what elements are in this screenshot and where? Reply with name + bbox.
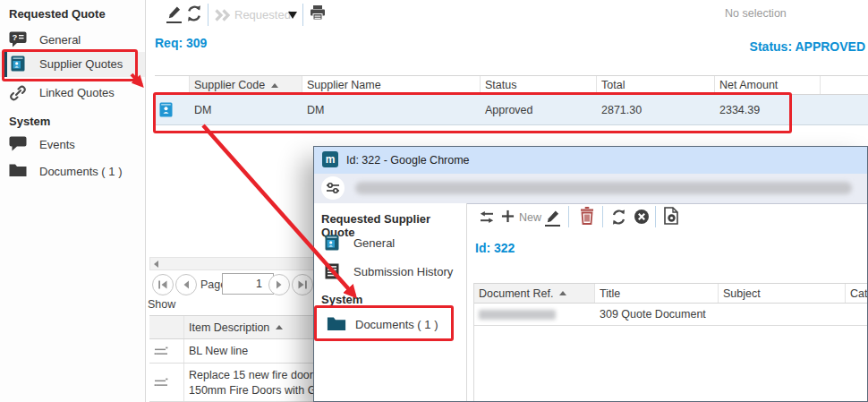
column-header-item-icon[interactable]	[149, 316, 184, 338]
url-input-redacted[interactable]	[355, 182, 852, 194]
cell-status: Approved	[481, 95, 597, 124]
cell-category	[846, 304, 868, 325]
documents-table: Document Ref. Title Subject Catego 309 Q…	[473, 283, 868, 326]
toolbar-divider	[602, 206, 603, 227]
cell-subject	[719, 304, 846, 325]
sidebar-item-label: Documents ( 1 )	[39, 165, 122, 178]
first-page-button[interactable]	[152, 274, 174, 295]
contact-book-icon	[11, 56, 25, 75]
add-icon[interactable]	[501, 210, 515, 227]
supplier-badge-icon	[159, 102, 173, 117]
cell-title: 309 Quote Document	[595, 304, 719, 325]
toolbar-divider	[302, 4, 303, 26]
toolbar-divider	[655, 206, 656, 227]
last-page-button[interactable]	[292, 274, 313, 295]
sidebar-item-label: Events	[39, 138, 75, 151]
sidebar-item-label: Submission History	[353, 265, 453, 278]
document-row[interactable]: 309 Quote Document	[473, 304, 868, 326]
column-header-icon[interactable]	[155, 76, 190, 94]
sidebar-item-documents[interactable]: Documents ( 1 )	[0, 159, 145, 184]
first-page-icon	[157, 278, 169, 291]
edit-icon[interactable]	[166, 5, 182, 23]
sidebar-section-system: System	[9, 115, 50, 128]
main-sidebar: Requested Quote ? General Supplier Quote…	[0, 0, 146, 402]
column-header-title[interactable]: Title	[595, 284, 719, 303]
next-page-button[interactable]	[268, 274, 290, 295]
column-header-subject[interactable]: Subject	[719, 284, 846, 303]
prev-page-icon	[180, 278, 192, 291]
chat-bubble-icon	[9, 136, 27, 156]
toolbar-divider	[568, 206, 569, 227]
cancel-icon[interactable]	[634, 209, 650, 228]
edit-underline	[545, 225, 560, 227]
next-page-icon	[273, 278, 285, 291]
cell-supplier-code: DM	[190, 95, 302, 124]
cell-document-ref	[474, 304, 595, 325]
sort-asc-icon	[276, 325, 283, 329]
column-header-document-ref[interactable]: Document Ref.	[474, 284, 595, 303]
toolbar-divider	[208, 4, 208, 26]
row-icon-cell	[155, 95, 190, 124]
sidebar-item-submission-history[interactable]: Submission History	[314, 260, 466, 285]
delete-icon[interactable]	[579, 207, 595, 228]
sort-asc-icon	[271, 83, 278, 88]
line-item-icon	[154, 377, 168, 388]
sidebar-item-linked-quotes[interactable]: Linked Quotes	[0, 81, 145, 106]
print-icon[interactable]	[310, 4, 326, 24]
sidebar-item-label: Supplier Quotes	[39, 57, 123, 71]
prev-page-button[interactable]	[175, 274, 197, 295]
column-header-supplier-code[interactable]: Supplier Code	[190, 76, 302, 94]
chrome-window: m Id: 322 - Google Chrome Requested Supp…	[313, 146, 868, 402]
scroll-left-icon[interactable]	[154, 261, 158, 268]
forward-chevrons-icon[interactable]	[215, 9, 231, 25]
refresh-icon[interactable]	[610, 209, 627, 229]
chrome-titlebar[interactable]: m Id: 322 - Google Chrome	[314, 147, 867, 175]
column-header-supplier-name[interactable]: Supplier Name	[302, 76, 481, 94]
chrome-id-label: Id: 322	[475, 241, 515, 255]
sidebar-item-label: General	[39, 33, 81, 47]
supplier-quotes-table: Supplier Code Supplier Name Status Total…	[155, 75, 868, 125]
contact-book-icon	[325, 235, 339, 254]
column-header-category[interactable]: Catego	[846, 284, 868, 303]
last-page-icon	[296, 278, 309, 291]
sort-asc-icon	[559, 291, 566, 295]
sidebar-item-general[interactable]: General	[314, 231, 466, 256]
sidebar-item-label: General	[353, 236, 395, 250]
requested-dropdown-label[interactable]: Requested	[234, 8, 291, 21]
sidebar-item-documents[interactable]: Documents ( 1 )	[314, 311, 466, 338]
app-favicon: m	[322, 151, 338, 167]
column-header-total[interactable]: Total	[597, 76, 715, 94]
status-approved-label: Status: APPROVED	[750, 39, 865, 54]
screenshot-root: Requested Quote ? General Supplier Quote…	[0, 0, 868, 402]
preview-document-icon[interactable]	[663, 207, 679, 228]
column-header-spacer	[821, 76, 868, 94]
column-header-net-amount[interactable]: Net Amount	[715, 76, 821, 94]
help-bubble-icon: ?	[9, 31, 27, 51]
page-number-input[interactable]	[222, 273, 274, 295]
sidebar-item-label: Linked Quotes	[39, 86, 115, 99]
selection-indicator	[3, 52, 7, 77]
show-label: Show	[148, 298, 175, 311]
sidebar-item-events[interactable]: Events	[0, 133, 145, 158]
column-header-status[interactable]: Status	[481, 76, 597, 94]
sidebar-section-requested-quote: Requested Quote	[9, 7, 106, 21]
sidebar-item-general[interactable]: ? General	[0, 28, 145, 53]
caret-down-icon[interactable]	[288, 12, 297, 19]
cell-total: 2871.30	[597, 95, 715, 124]
cell-net-amount: 2334.39	[715, 95, 821, 124]
new-button[interactable]: New	[519, 211, 541, 224]
sidebar-item-supplier-quotes[interactable]: Supplier Quotes	[0, 52, 145, 77]
edit-underline	[166, 21, 182, 23]
tune-icon[interactable]	[321, 176, 345, 200]
quote-row[interactable]: DM DM Approved 2871.30 2334.39	[155, 95, 868, 125]
sidebar-item-label: Documents ( 1 )	[355, 318, 438, 331]
chrome-window-title: Id: 322 - Google Chrome	[346, 154, 470, 167]
refresh-icon[interactable]	[185, 4, 203, 26]
svg-text:?: ?	[13, 32, 18, 42]
chrome-sidebar-section-system: System	[321, 293, 362, 306]
transfer-icon[interactable]	[478, 210, 496, 227]
table-left-border	[473, 283, 474, 402]
redacted-text	[479, 310, 556, 320]
history-doc-icon	[325, 263, 339, 283]
chrome-sidebar: Requested Supplier Quote General Submiss…	[314, 203, 467, 402]
